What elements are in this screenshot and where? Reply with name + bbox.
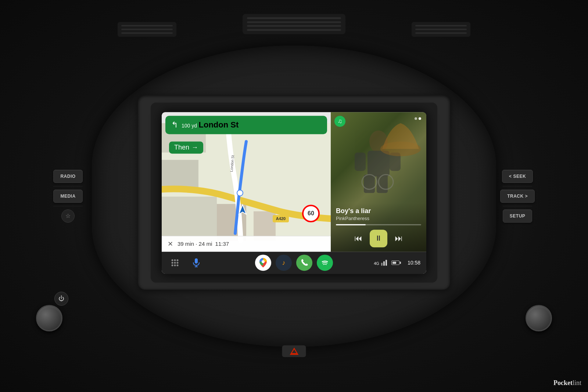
left-knob[interactable] [36,305,62,331]
music-next-button[interactable]: ⏭ [395,234,403,243]
control-divider-2 [53,206,83,206]
signal-bar-1 [381,263,383,266]
system-time: 10:58 [408,260,420,266]
taskbar-right-status: 4G 10:58 [336,260,420,266]
music-controls: ⏮ ⏸ ⏭ [336,230,421,247]
watermark-lint: lint [573,379,581,386]
seek-button[interactable]: < SEEK [502,170,533,183]
nav-distance: 100 yd [182,123,197,129]
screen-content: A420 London St ↰ 100 yd London St Then [162,112,426,274]
right-controls-panel: < SEEK TRACK > SETUP [500,170,535,223]
speed-limit-sign: 60 [302,205,320,222]
svg-point-27 [174,264,176,266]
music-progress-fill [336,224,366,225]
taskbar-center-apps: ♪ [252,255,336,271]
apps-grid-button[interactable] [168,255,182,270]
svg-point-24 [174,262,176,263]
svg-rect-15 [355,152,366,171]
music-prev-button[interactable]: ⏮ [354,234,362,243]
top-center-vent [243,14,345,34]
nav-close-button[interactable]: ✕ [168,240,173,248]
spotify-music-icon: ♫ [334,116,345,127]
music-artist: PinkPantheress [336,216,421,221]
infotainment-screen: A420 London St ↰ 100 yd London St Then [162,112,426,274]
music-dot-2 [419,117,421,120]
nav-then-label: Then [174,144,189,151]
music-progress-bar[interactable] [336,224,421,225]
top-left-vent [118,22,176,37]
nav-instruction-text: 100 yd London St [182,120,239,130]
hazard-triangle-icon [290,348,298,355]
favorites-button[interactable]: ☆ [61,209,75,223]
media-button[interactable]: MEDIA [53,190,83,203]
power-button[interactable]: ⏻ [54,292,68,306]
top-right-vent [412,22,470,37]
svg-text:A420: A420 [276,216,286,221]
nav-then-arrow-icon: → [191,144,198,151]
svg-point-26 [172,264,173,266]
control-divider-3 [503,186,532,187]
spotify-app-button[interactable] [317,255,333,271]
svg-point-28 [177,264,179,266]
svg-rect-13 [364,175,375,193]
nav-then-instruction: Then → [169,141,203,154]
svg-point-21 [174,259,176,261]
left-controls-panel: RADIO MEDIA ☆ [53,170,83,223]
taskbar: ♪ [162,252,426,274]
google-maps-app-button[interactable] [255,255,271,271]
phone-app-button[interactable] [296,255,312,271]
microphone-button[interactable] [189,255,204,270]
watermark-pocket: Pocket [553,379,573,386]
pocketlint-watermark: Pocketlint [553,379,581,387]
radio-button[interactable]: RADIO [53,170,83,183]
music-pause-icon: ⏸ [375,234,382,242]
screen-main: A420 London St ↰ 100 yd London St Then [162,112,426,252]
battery-indicator [391,260,401,265]
music-panel: ♫ Boy's a liar PinkPantheress ⏮ [331,112,426,252]
svg-point-22 [177,259,179,261]
svg-point-25 [177,262,179,263]
hazard-area [282,345,306,357]
power-icon: ⏻ [58,295,64,302]
svg-point-32 [262,260,265,263]
right-knob[interactable] [526,305,552,331]
svg-rect-29 [195,258,198,263]
amazon-music-app-button[interactable]: ♪ [276,255,292,271]
taskbar-left [168,255,252,270]
nav-eta-bar: ✕ 39 min · 24 mi 11:37 [162,236,331,252]
svg-point-20 [172,259,173,261]
svg-rect-3 [162,197,217,241]
control-divider-4 [503,206,532,206]
svg-rect-2 [162,160,198,189]
music-info-overlay: Boy's a liar PinkPantheress ⏮ ⏸ ⏭ [331,203,426,252]
nav-street: London St [199,120,239,129]
music-dot-1 [415,117,417,120]
music-dots-indicator [415,117,421,120]
music-title: Boy's a liar [336,207,421,215]
control-divider-1 [53,186,83,187]
signal-bar-3 [386,260,387,266]
turn-arrow-icon: ↰ [171,120,178,130]
music-pause-button[interactable]: ⏸ [370,230,387,247]
hazard-button[interactable] [282,345,306,357]
navigation-panel[interactable]: A420 London St ↰ 100 yd London St Then [162,112,331,252]
svg-text:♪: ♪ [282,259,285,266]
svg-point-23 [172,262,173,263]
signal-bars: 4G [374,260,387,266]
nav-instruction-header: ↰ 100 yd London St [165,116,327,134]
signal-label: 4G [374,261,379,266]
nav-eta-info: 39 min · 24 mi 11:37 [178,241,229,247]
svg-point-6 [237,190,243,196]
signal-bar-2 [383,261,385,266]
setup-button[interactable]: SETUP [503,209,533,223]
track-button[interactable]: TRACK > [500,190,535,203]
